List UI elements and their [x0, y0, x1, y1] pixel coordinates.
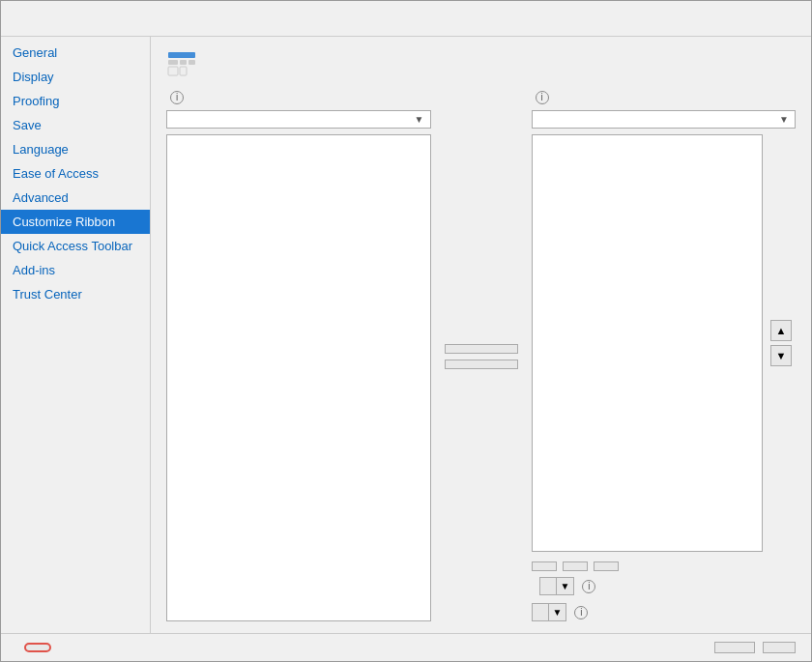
commands-listbox[interactable] [166, 134, 431, 621]
ribbon-tree[interactable] [532, 134, 764, 552]
reset-dropdown[interactable]: ▼ [539, 577, 575, 595]
ribbon-icon [166, 48, 197, 79]
import-export-label [533, 610, 548, 616]
reset-arrow-icon: ▼ [556, 578, 574, 594]
customizations-row: ▼ i [532, 577, 797, 595]
left-panel: i ▼ [166, 91, 431, 621]
left-dropdown-arrow: ▼ [415, 114, 424, 125]
sidebar-item-proofing[interactable]: Proofing [1, 89, 150, 113]
customize-shortcuts-button[interactable] [24, 643, 51, 652]
svg-rect-4 [168, 67, 178, 75]
sidebar-item-add-ins[interactable]: Add-ins [1, 258, 150, 282]
reset-label [540, 584, 556, 590]
svg-rect-0 [168, 52, 195, 58]
cancel-button[interactable] [763, 642, 796, 653]
keyboard-shortcuts-section [16, 643, 51, 652]
main-content: i ▼ [151, 37, 811, 633]
tree-panel: ▲ ▼ [532, 134, 797, 552]
sidebar-item-display[interactable]: Display [1, 65, 150, 89]
new-group-button[interactable] [563, 561, 588, 571]
title-bar [1, 1, 811, 37]
sidebar-item-trust-center[interactable]: Trust Center [1, 282, 150, 306]
sidebar: GeneralDisplayProofingSaveLanguageEase o… [1, 37, 151, 633]
rename-button[interactable] [594, 561, 619, 571]
svg-rect-3 [188, 60, 195, 65]
dialog-body: GeneralDisplayProofingSaveLanguageEase o… [1, 37, 811, 633]
dialog-footer [1, 633, 811, 661]
header-row [166, 48, 796, 79]
right-panel-wrapper: i ▼ ▲ ▼ [532, 91, 797, 621]
right-dropdown-arrow: ▼ [779, 114, 789, 125]
footer-ok-cancel [714, 642, 796, 653]
right-arrows: ▲ ▼ [767, 134, 796, 552]
customizations-info-icon[interactable]: i [582, 580, 595, 593]
import-export-row: ▼ i [532, 603, 797, 621]
middle-buttons [439, 91, 524, 621]
sidebar-item-general[interactable]: General [1, 41, 150, 65]
remove-button[interactable] [445, 360, 518, 369]
two-columns: i ▼ [166, 91, 796, 621]
right-label-row: i [532, 91, 797, 104]
import-export-dropdown[interactable]: ▼ [532, 603, 567, 621]
title-bar-controls [757, 9, 799, 28]
import-export-info-icon[interactable]: i [574, 606, 588, 619]
left-info-icon[interactable]: i [170, 91, 184, 104]
svg-rect-5 [180, 67, 187, 75]
svg-rect-2 [180, 60, 187, 65]
add-button[interactable] [445, 344, 518, 354]
left-dropdown[interactable]: ▼ [166, 110, 431, 129]
move-down-button[interactable]: ▼ [770, 345, 792, 366]
bottom-tabs-row [532, 561, 797, 571]
close-button[interactable] [780, 9, 799, 28]
word-options-dialog: GeneralDisplayProofingSaveLanguageEase o… [0, 0, 812, 662]
sidebar-item-ease-of-access[interactable]: Ease of Access [1, 161, 150, 186]
import-export-arrow-icon: ▼ [548, 604, 566, 620]
sidebar-item-save[interactable]: Save [1, 113, 150, 137]
right-dropdown[interactable]: ▼ [532, 110, 797, 129]
right-info-icon[interactable]: i [536, 91, 549, 104]
ok-button[interactable] [714, 642, 755, 653]
new-tab-button[interactable] [532, 561, 557, 571]
sidebar-item-advanced[interactable]: Advanced [1, 186, 150, 210]
move-up-button[interactable]: ▲ [770, 320, 792, 341]
sidebar-item-customize-ribbon[interactable]: Customize Ribbon [1, 210, 150, 234]
help-button[interactable] [757, 9, 776, 28]
sidebar-item-quick-access-toolbar[interactable]: Quick Access Toolbar [1, 234, 150, 258]
left-label-row: i [166, 91, 431, 104]
sidebar-item-language[interactable]: Language [1, 137, 150, 161]
svg-rect-1 [168, 60, 178, 65]
